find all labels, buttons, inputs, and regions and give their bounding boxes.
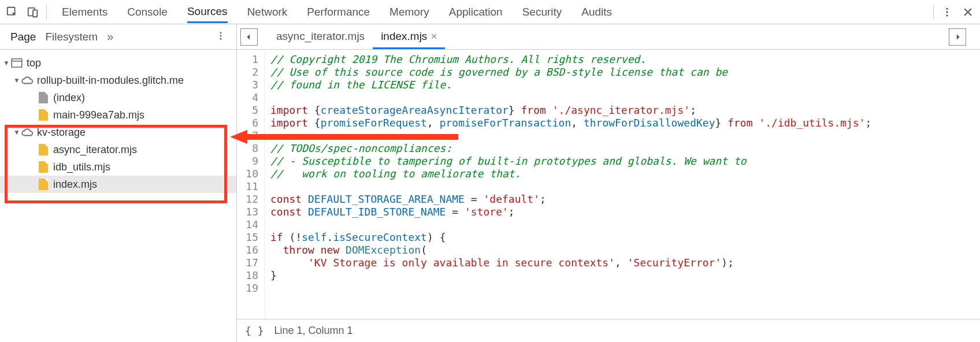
editor-pane: async_iterator.mjsindex.mjs× 12345678910…: [237, 24, 980, 342]
file-icon: [37, 178, 50, 191]
code-line: import {createStorageAreaAsyncIterator} …: [270, 104, 980, 117]
file-icon: [37, 143, 50, 156]
tree-file[interactable]: idb_utils.mjs: [0, 158, 236, 176]
kebab-menu-icon[interactable]: [940, 5, 955, 20]
tree-domain[interactable]: ▼ rollup-built-in-modules.glitch.me: [0, 72, 236, 89]
tree-top-frame[interactable]: ▼ top: [0, 54, 236, 72]
code-line: if (!self.isSecureContext) {: [270, 231, 980, 244]
tree-label: index.mjs: [53, 179, 97, 191]
code-line: [270, 91, 980, 104]
file-icon: [37, 91, 50, 104]
editor-tab[interactable]: index.mjs×: [373, 24, 445, 49]
separator: [933, 5, 934, 20]
code-line: // found in the LICENSE file.: [270, 79, 980, 91]
tree-label: main-999ea7ab.mjs: [53, 109, 144, 121]
device-toggle-icon[interactable]: [25, 5, 40, 20]
code-line: [270, 129, 980, 142]
svg-rect-9: [12, 59, 22, 67]
toolbar-tab-security[interactable]: Security: [522, 1, 562, 23]
pretty-print-icon[interactable]: { }: [245, 325, 264, 337]
sidebar-more-tabs-icon[interactable]: »: [107, 30, 113, 43]
svg-rect-2: [33, 10, 37, 17]
toggle-navigator-icon[interactable]: [240, 28, 258, 46]
svg-point-7: [220, 35, 222, 36]
tree-label: kv-storage: [37, 127, 86, 139]
frame-icon: [10, 57, 23, 69]
sidebar-tab-filesystem[interactable]: Filesystem: [40, 25, 102, 49]
code-line: const DEFAULT_IDB_STORE_NAME = 'store';: [270, 206, 980, 218]
toolbar-tab-memory[interactable]: Memory: [389, 1, 429, 23]
sidebar-kebab-icon[interactable]: [211, 29, 231, 44]
file-icon: [37, 161, 50, 173]
code-line: // work on tooling to ameliorate that.: [270, 168, 980, 180]
toolbar-tab-performance[interactable]: Performance: [307, 1, 370, 23]
code-line: // Copyright 2019 The Chromium Authors. …: [270, 53, 980, 66]
code-line: // Use of this source code is governed b…: [270, 66, 980, 79]
cloud-icon: [21, 126, 34, 139]
tree-label: (index): [53, 92, 85, 104]
tree-file-selected[interactable]: index.mjs: [0, 176, 236, 193]
tree-label: async_iterator.mjs: [53, 144, 137, 156]
file-tree: ▼ top ▼ rollup-built-in-modules.glitch.m…: [0, 50, 236, 342]
expand-arrow-icon: ▼: [13, 76, 21, 84]
svg-point-3: [946, 8, 948, 9]
toolbar-tab-application[interactable]: Application: [449, 1, 503, 23]
svg-point-6: [220, 32, 222, 34]
inspect-element-icon[interactable]: [5, 5, 20, 20]
close-tab-icon[interactable]: ×: [430, 30, 437, 42]
code-line: [270, 282, 980, 295]
svg-point-5: [946, 14, 948, 16]
tree-file[interactable]: async_iterator.mjs: [0, 141, 236, 158]
toggle-debugger-icon[interactable]: [949, 28, 966, 46]
code-line: [270, 180, 980, 193]
line-number-gutter: 12345678910111213141516171819: [237, 50, 265, 319]
file-icon: [37, 109, 50, 121]
code-line: import {promiseForRequest, promiseForTra…: [270, 117, 980, 129]
cloud-icon: [21, 74, 34, 87]
svg-point-8: [220, 38, 222, 39]
tree-file[interactable]: (index): [0, 89, 236, 106]
tree-label: top: [27, 57, 41, 69]
svg-point-4: [946, 11, 948, 13]
tree-label: rollup-built-in-modules.glitch.me: [37, 75, 184, 87]
sidebar-tab-page[interactable]: Page: [6, 25, 40, 49]
expand-arrow-icon: ▼: [2, 59, 10, 67]
close-devtools-icon[interactable]: [960, 5, 975, 20]
navigator-sidebar: Page Filesystem » ▼ top ▼ rollup-buil: [0, 24, 237, 342]
toolbar-tab-sources[interactable]: Sources: [187, 1, 228, 23]
tree-module-group[interactable]: ▼ kv-storage: [0, 124, 236, 141]
editor-tab[interactable]: async_iterator.mjs: [268, 24, 373, 49]
toolbar-tab-console[interactable]: Console: [127, 1, 168, 23]
code-line: // - Susceptible to tampering of built-i…: [270, 155, 980, 168]
code-line: 'KV Storage is only available in secure …: [270, 256, 980, 269]
toolbar-tab-elements[interactable]: Elements: [62, 1, 107, 23]
code-line: // TODOs/spec-noncompliances:: [270, 142, 980, 155]
cursor-position: Line 1, Column 1: [274, 325, 353, 337]
expand-arrow-icon: ▼: [13, 128, 21, 136]
code-line: }: [270, 269, 980, 282]
editor-statusbar: { } Line 1, Column 1: [237, 319, 980, 342]
toolbar-tab-network[interactable]: Network: [247, 1, 288, 23]
separator: [46, 5, 47, 20]
toolbar-tab-audits[interactable]: Audits: [581, 1, 612, 23]
code-editor[interactable]: // Copyright 2019 The Chromium Authors. …: [265, 50, 980, 319]
code-line: [270, 218, 980, 231]
tree-file[interactable]: main-999ea7ab.mjs: [0, 106, 236, 124]
code-line: throw new DOMException(: [270, 244, 980, 256]
code-line: const DEFAULT_STORAGE_AREA_NAME = 'defau…: [270, 193, 980, 206]
tree-label: idb_utils.mjs: [53, 161, 110, 173]
devtools-toolbar: ElementsConsoleSourcesNetworkPerformance…: [0, 0, 980, 24]
